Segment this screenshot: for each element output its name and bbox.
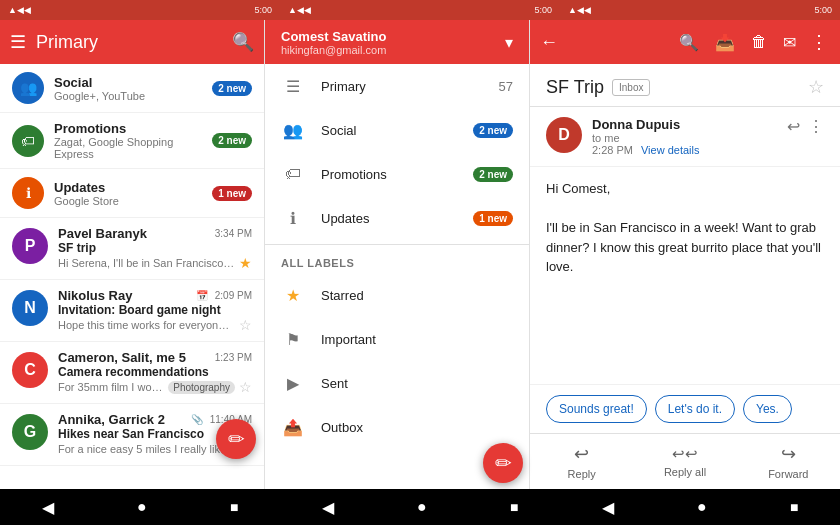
nav-bar-middle: ◀ ● ■ (280, 489, 560, 525)
social-name: Social (54, 75, 212, 90)
nav-back-left[interactable]: ◀ (42, 498, 54, 517)
time-nikolus: 2:09 PM (215, 290, 252, 301)
email-icon[interactable]: ✉ (783, 33, 796, 52)
more-sender-icon[interactable]: ⋮ (808, 117, 824, 136)
view-details-link[interactable]: View details (641, 144, 700, 156)
time-right: 5:00 (814, 5, 832, 15)
preview-nikolus: Hope this time works for everyone. I'm..… (58, 319, 235, 331)
updates-sub: Google Store (54, 195, 212, 207)
important-drawer-label: Important (321, 332, 513, 347)
time-cameron: 1:23 PM (215, 352, 252, 363)
drawer-item-social[interactable]: 👥 Social 2 new (265, 108, 529, 152)
nav-square-middle[interactable]: ■ (510, 499, 518, 515)
promotions-drawer-icon: 🏷 (281, 162, 305, 186)
email-item-cameron[interactable]: C Cameron, Salit, me 5 1:23 PM Camera re… (0, 342, 264, 404)
sent-drawer-icon: ▶ (281, 371, 305, 395)
nav-home-right[interactable]: ● (697, 498, 707, 516)
dropdown-icon[interactable]: ▾ (505, 33, 513, 52)
middle-toolbar: Comest Savatino hikingfan@gmail.com ▾ (265, 20, 529, 64)
sender-nikolus: Nikolus Ray (58, 288, 132, 303)
quick-replies: Sounds great! Let's do it. Yes. (530, 384, 840, 433)
signal-icons-middle: ▲◀◀ (288, 5, 311, 15)
starred-drawer-label: Starred (321, 288, 513, 303)
sender-annika: Annika, Garrick 2 (58, 412, 165, 427)
updates-drawer-icon: ℹ (281, 206, 305, 230)
drawer-account: Comest Savatino hikingfan@gmail.com (281, 29, 505, 56)
quick-reply-1[interactable]: Sounds great! (546, 395, 647, 423)
nav-back-middle[interactable]: ◀ (322, 498, 334, 517)
compose-fab[interactable]: ✏ (216, 419, 256, 459)
search-icon-right[interactable]: 🔍 (679, 33, 699, 52)
star-nikolus[interactable]: ☆ (239, 317, 252, 333)
forward-button[interactable]: ↪ Forward (737, 434, 840, 489)
sender-avatar: D (546, 117, 582, 153)
preview-cameron: For 35mm film I would re... (58, 381, 164, 393)
sender-info: Donna Dupuis to me 2:28 PM View details (592, 117, 787, 156)
reply-all-button[interactable]: ↩↩ Reply all (633, 434, 736, 489)
drawer-item-updates[interactable]: ℹ Updates 1 new (265, 196, 529, 240)
chip-photography: Photography (168, 381, 235, 394)
compose-fab-middle[interactable]: ✏ (483, 443, 523, 483)
email-item-nikolus[interactable]: N Nikolus Ray 📅 2:09 PM Invitation: Boar… (0, 280, 264, 342)
drawer-item-outbox[interactable]: 📤 Outbox (265, 405, 529, 439)
forward-label: Forward (768, 468, 808, 480)
reply-bar: ↩ Reply ↩↩ Reply all ↪ Forward (530, 433, 840, 489)
sender-pavel: Pavel Baranyk (58, 226, 147, 241)
inbox-badge: Inbox (612, 79, 650, 96)
reply-sender-icon[interactable]: ↩ (787, 117, 800, 136)
signal-icons-right: ▲◀◀ (568, 5, 591, 15)
drawer-item-primary[interactable]: ☰ Primary 57 (265, 64, 529, 108)
star-pavel[interactable]: ★ (239, 255, 252, 271)
updates-info: Updates Google Store (54, 180, 212, 207)
email-body: Hi Comest, I'll be in San Francisco in a… (530, 167, 840, 384)
time-left: 5:00 (254, 5, 272, 15)
nav-bar-left: ◀ ● ■ (0, 489, 280, 525)
calendar-icon: 📅 (196, 290, 208, 301)
sender-time: 2:28 PM (592, 144, 633, 156)
delete-icon[interactable]: 🗑 (751, 33, 767, 51)
back-button[interactable]: ← (540, 32, 558, 53)
archive-icon[interactable]: 📥 (715, 33, 735, 52)
sender-actions: ↩ ⋮ (787, 117, 824, 136)
more-icon[interactable]: ⋮ (810, 31, 828, 53)
quick-reply-2[interactable]: Let's do it. (655, 395, 735, 423)
category-social[interactable]: 👥 Social Google+, YouTube 2 new (0, 64, 264, 113)
signal-icons-left: ▲◀◀ (8, 5, 31, 15)
nav-square-left[interactable]: ■ (230, 499, 238, 515)
star-button[interactable]: ☆ (808, 76, 824, 98)
social-badge: 2 new (212, 81, 252, 96)
nav-square-right[interactable]: ■ (790, 499, 798, 515)
social-drawer-badge: 2 new (473, 123, 513, 138)
drawer-item-promotions[interactable]: 🏷 Promotions 2 new (265, 152, 529, 196)
starred-drawer-icon: ★ (281, 283, 305, 307)
social-drawer-icon: 👥 (281, 118, 305, 142)
drawer-account-email: hikingfan@gmail.com (281, 44, 505, 56)
category-promotions[interactable]: 🏷 Promotions Zagat, Google Shopping Expr… (0, 113, 264, 169)
search-icon-left[interactable]: 🔍 (232, 31, 254, 53)
drawer-item-important[interactable]: ⚑ Important (265, 317, 529, 361)
promotions-name: Promotions (54, 121, 212, 136)
primary-drawer-label: Primary (321, 79, 499, 94)
star-cameron[interactable]: ☆ (239, 379, 252, 395)
status-bar-left: ▲◀◀ 5:00 (0, 0, 280, 20)
drawer-item-sent[interactable]: ▶ Sent (265, 361, 529, 405)
sent-drawer-label: Sent (321, 376, 513, 391)
email-content-nikolus: Nikolus Ray 📅 2:09 PM Invitation: Board … (58, 288, 252, 333)
nav-home-left[interactable]: ● (137, 498, 147, 516)
category-updates[interactable]: ℹ Updates Google Store 1 new (0, 169, 264, 218)
quick-reply-3[interactable]: Yes. (743, 395, 792, 423)
sender-name: Donna Dupuis (592, 117, 787, 132)
menu-icon[interactable]: ☰ (10, 31, 26, 53)
time-middle: 5:00 (534, 5, 552, 15)
email-content-cameron: Cameron, Salit, me 5 1:23 PM Camera reco… (58, 350, 252, 395)
nav-back-right[interactable]: ◀ (602, 498, 614, 517)
outbox-drawer-icon: 📤 (281, 415, 305, 439)
social-category-icon: 👥 (12, 72, 44, 104)
nav-home-middle[interactable]: ● (417, 498, 427, 516)
reply-label: Reply (568, 468, 596, 480)
drawer-item-starred[interactable]: ★ Starred (265, 273, 529, 317)
email-subject: SF Trip (546, 77, 604, 98)
email-item-pavel[interactable]: P Pavel Baranyk 3:34 PM SF trip Hi Seren… (0, 218, 264, 280)
reply-button[interactable]: ↩ Reply (530, 434, 633, 489)
subject-pavel: SF trip (58, 241, 252, 255)
